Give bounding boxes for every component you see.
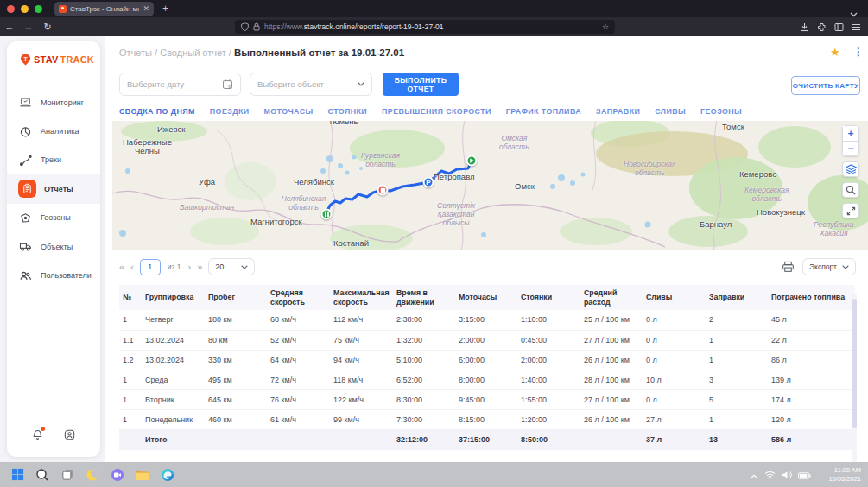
column-header[interactable]: Потрачено топлива (768, 285, 855, 310)
chevron-up-icon[interactable] (750, 467, 758, 483)
column-header[interactable]: Группировка (142, 285, 205, 310)
table-row[interactable]: 1Вторник645 км76 км/ч122 км/ч8:30:009:45… (119, 389, 855, 409)
sidebar-item-аналитика[interactable]: Аналитика (7, 117, 100, 145)
breadcrumb-reports[interactable]: Отчеты (119, 47, 152, 58)
page-number-input[interactable] (140, 259, 161, 275)
table-cell: 94 км/ч (330, 350, 393, 370)
scrollbar-thumb[interactable] (852, 299, 857, 428)
battery-icon[interactable] (798, 467, 811, 483)
moon-icon[interactable] (85, 467, 100, 483)
sidebar: T STAVTRACK МониторингАналитикаТрекиОтчё… (7, 41, 100, 457)
sidebar-item-отчёты[interactable]: Отчёты (7, 174, 100, 203)
last-page-button[interactable]: » (197, 262, 201, 272)
table-cell: 5:10:00 (393, 350, 455, 370)
object-select[interactable]: Выберите объект (250, 73, 372, 96)
downloads-icon[interactable] (800, 22, 809, 32)
table-scrollbar[interactable] (852, 294, 857, 477)
favorite-star-icon[interactable]: ★ (830, 46, 840, 59)
table-row[interactable]: 1Среда495 км72 км/ч118 км/ч6:52:008:00:0… (119, 370, 855, 389)
column-header[interactable]: Моточасы (455, 285, 517, 310)
start-icon[interactable] (10, 467, 25, 483)
file-explorer-icon[interactable] (135, 467, 150, 483)
table-row[interactable]: 1Понедельник460 км61 км/ч99 км/ч7:30:008… (119, 409, 855, 429)
table-total-cell: 37 л (643, 429, 706, 450)
sidebar-item-треки[interactable]: Треки (7, 146, 100, 174)
url-bar[interactable]: https://www.stavtrack.online/reports/rep… (235, 20, 615, 34)
table-cell: 68 км/ч (267, 310, 330, 330)
volume-icon[interactable] (782, 467, 792, 483)
kebab-menu-icon[interactable]: ⋮ (853, 46, 864, 58)
column-header[interactable]: Пробег (205, 285, 267, 310)
maximize-window-button[interactable] (35, 5, 42, 13)
edge-icon[interactable] (160, 467, 175, 483)
breadcrumb-summary-report[interactable]: Сводный отчет (160, 47, 226, 58)
menu-hamburger-icon[interactable] (852, 23, 861, 31)
column-header[interactable]: Средняя скорость (267, 285, 330, 310)
sidebar-item-геозоны[interactable]: Геозоны (7, 204, 100, 232)
column-header[interactable]: № (119, 285, 142, 310)
prev-page-button[interactable]: ‹ (130, 262, 133, 272)
layers-button[interactable] (842, 161, 859, 177)
map-region-label: Башкортостан (180, 204, 234, 212)
browser-tab[interactable]: СтавТрэк - Онлайн мониторин ✕ (54, 2, 154, 16)
bookmark-star-icon[interactable]: ☆ (602, 22, 609, 31)
first-page-button[interactable]: « (119, 262, 124, 272)
table-row[interactable]: 1.213.02.2024330 км64 км/ч94 км/ч5:10:00… (119, 350, 855, 370)
calendar-icon (222, 79, 233, 90)
table-cell: 13.02.2024 (142, 350, 205, 370)
sidebar-item-объекты[interactable]: Объекты (7, 232, 100, 261)
column-header[interactable]: Стоянки (517, 285, 580, 310)
forward-icon[interactable]: → (19, 22, 38, 32)
close-window-button[interactable] (7, 5, 15, 13)
sidebar-item-мониторинг[interactable]: Мониторинг (7, 88, 100, 117)
route-start-marker[interactable] (466, 155, 478, 167)
video-chat-icon[interactable] (110, 467, 125, 483)
reload-icon[interactable]: ↻ (38, 22, 57, 33)
map-region-label: Омская область (499, 135, 529, 152)
taskbar-clock[interactable]: 11:00 AM 10/05/2021 (828, 466, 861, 483)
run-report-button[interactable]: ВЫПОЛНИТЬ ОТЧЕТ (383, 73, 459, 96)
map-search-button[interactable] (842, 182, 859, 198)
route-parking-marker[interactable]: P (423, 177, 434, 188)
column-header[interactable]: Сливы (643, 285, 706, 310)
table-total-cell: 13 (706, 429, 768, 450)
export-select[interactable]: Экспорт (802, 258, 856, 275)
sidebar-panel-icon[interactable] (834, 22, 844, 32)
table-cell: 0 л (643, 350, 706, 370)
zoom-out-button[interactable]: − (842, 141, 859, 156)
object-placeholder: Выберите объект (257, 79, 324, 89)
clear-map-button[interactable]: ОЧИСТИТЬ КАРТУ (791, 76, 860, 95)
sidebar-item-пользователи[interactable]: Пользователи (7, 261, 100, 289)
notifications-button[interactable] (31, 428, 44, 445)
back-icon[interactable]: ← (0, 22, 19, 32)
table-row[interactable]: 1Четверг180 км68 км/ч112 км/ч2:38:003:15… (119, 310, 855, 330)
fullscreen-button[interactable] (842, 203, 859, 218)
route-stop-marker[interactable] (377, 185, 389, 196)
map-city-label: Ижевск (157, 125, 185, 134)
column-header[interactable]: Максимальная скорость (330, 285, 393, 310)
next-page-button[interactable]: › (188, 262, 191, 272)
task-view-icon[interactable] (60, 467, 75, 483)
map[interactable]: ИжевскНабережные ЧелныУфаЧелябинскМагнит… (112, 121, 868, 250)
table-row[interactable]: 1.113.02.202480 км52 км/ч75 км/ч1:32:002… (119, 330, 855, 350)
zoom-in-button[interactable]: + (842, 125, 859, 141)
extensions-icon[interactable] (817, 22, 827, 32)
search-icon[interactable] (35, 467, 50, 483)
print-icon[interactable] (782, 261, 795, 273)
page-size-select[interactable]: 20 (208, 258, 255, 275)
table-total-cell: Итого (142, 429, 205, 450)
route-pause-marker[interactable] (321, 209, 333, 220)
table-cell: 8:30:00 (393, 389, 455, 409)
table-cell: 330 км (205, 350, 267, 370)
minimize-window-button[interactable] (21, 5, 29, 13)
geozones-icon (18, 211, 33, 225)
close-tab-icon[interactable]: ✕ (143, 5, 149, 13)
column-header[interactable]: Время в движении (393, 285, 455, 310)
column-header[interactable]: Заправки (706, 285, 768, 310)
wifi-icon[interactable] (764, 467, 776, 483)
date-picker-field[interactable]: Выберите дату (119, 73, 241, 96)
new-tab-button[interactable]: + (162, 3, 168, 15)
account-button[interactable] (63, 428, 76, 445)
table-cell: 1:20:00 (517, 409, 580, 429)
column-header[interactable]: Средний расход (580, 285, 643, 310)
